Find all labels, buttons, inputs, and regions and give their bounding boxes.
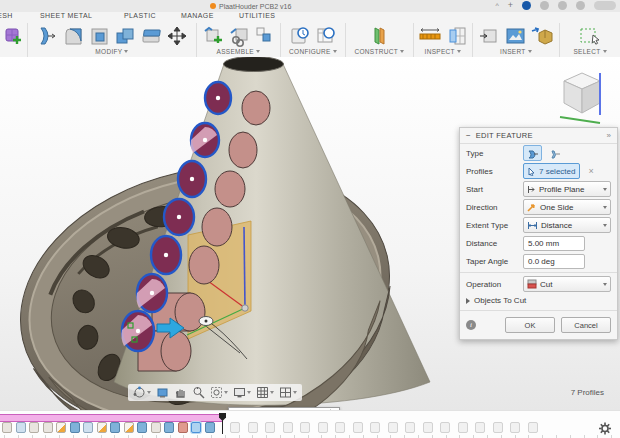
ok-button[interactable]: OK (505, 317, 555, 333)
canvas-image-icon[interactable] (504, 25, 526, 47)
assemble-menu[interactable]: ASSEMBLE (217, 48, 260, 56)
timeline-feature-icon-suppressed[interactable] (458, 422, 468, 433)
select-icon[interactable] (578, 25, 602, 47)
viewports-button[interactable] (278, 385, 298, 400)
construct-menu[interactable]: CONSTRUCT (354, 48, 404, 56)
measure-icon[interactable] (418, 25, 442, 47)
collapse-icon[interactable]: − (466, 131, 471, 140)
timeline-feature-icon[interactable] (83, 422, 93, 433)
pan-button[interactable] (173, 385, 188, 400)
row-objects-to-cut[interactable]: Objects To Cut (460, 293, 617, 308)
timeline-feature-icon-suppressed[interactable] (265, 422, 275, 433)
align-icon[interactable] (255, 25, 273, 47)
timeline-feature-icon[interactable] (2, 422, 12, 433)
start-dropdown[interactable]: Profile Plane (523, 181, 611, 197)
clear-selection-icon[interactable]: × (588, 166, 593, 176)
press-pull-icon[interactable] (36, 25, 58, 47)
create-mesh-icon[interactable] (4, 26, 24, 46)
timeline-feature-icon[interactable] (178, 422, 188, 433)
dialog-header[interactable]: − EDIT FEATURE » (460, 128, 617, 144)
timeline-feature-icon-suppressed[interactable] (353, 422, 363, 433)
timeline-feature-icon-suppressed[interactable] (475, 422, 485, 433)
configuration-icon[interactable] (289, 25, 311, 47)
timeline-feature-icon[interactable] (151, 422, 161, 433)
split-body-icon[interactable] (140, 25, 162, 47)
timeline-feature-icon[interactable] (137, 422, 147, 433)
chevron-up-icon[interactable]: ^ (495, 1, 498, 10)
notification-badge-icon[interactable] (522, 1, 531, 10)
timeline-feature-icon[interactable] (205, 422, 215, 433)
timeline-feature-icon-suppressed[interactable] (318, 422, 328, 433)
direction-dropdown[interactable]: One Side (523, 199, 611, 215)
extent-type-dropdown[interactable]: Distance (523, 217, 611, 233)
tab-plastic[interactable]: PLASTIC (124, 12, 156, 19)
look-at-button[interactable] (155, 385, 170, 400)
info-icon[interactable]: i (466, 320, 476, 330)
timeline-feature-icon[interactable] (43, 422, 53, 433)
tab-manage[interactable]: MANAGE (181, 12, 214, 19)
grid-snaps-button[interactable] (255, 385, 275, 400)
extrude-solid-icon[interactable] (523, 145, 542, 161)
timeline-progress-bar[interactable] (0, 414, 223, 422)
timeline-feature-icon[interactable] (29, 422, 39, 433)
combine-icon[interactable] (114, 25, 136, 47)
select-menu[interactable]: SELECT (573, 48, 606, 56)
timeline-feature-icon[interactable] (191, 422, 201, 433)
document-tab[interactable]: PlaatHouder PCB2 v16 (210, 0, 291, 12)
timeline-feature-icon-suppressed[interactable] (440, 422, 450, 433)
extension-icon[interactable] (558, 1, 567, 10)
timeline-feature-icon-suppressed[interactable] (493, 422, 503, 433)
timeline-feature-icon[interactable] (164, 422, 174, 433)
decal-icon[interactable] (530, 25, 554, 47)
joint-icon[interactable] (229, 25, 251, 47)
move-copy-icon[interactable] (166, 25, 188, 47)
avatar[interactable] (594, 1, 616, 10)
expand-icon[interactable]: » (607, 131, 611, 140)
profiles-selected-chip[interactable]: 7 selected (523, 163, 580, 179)
shell-icon[interactable] (88, 25, 110, 47)
timeline-settings-gear-icon[interactable] (598, 422, 612, 435)
timeline-feature-icon-suppressed[interactable] (248, 422, 258, 433)
tab-sheet-metal[interactable]: SHEET METAL (40, 12, 92, 19)
timeline-feature-icon-suppressed[interactable] (300, 422, 310, 433)
timeline-feature-icon[interactable] (110, 422, 120, 433)
insert-menu[interactable]: INSERT (500, 48, 532, 56)
fillet-icon[interactable] (62, 25, 84, 47)
timeline-feature-icon[interactable] (56, 422, 66, 433)
taper-angle-field[interactable]: 0.0 deg (523, 254, 585, 269)
tab-utilities[interactable]: UTILITIES (239, 12, 275, 19)
configuration-table-icon[interactable] (315, 25, 337, 47)
timeline-feature-icon-suppressed[interactable] (283, 422, 293, 433)
help-icon[interactable] (576, 1, 585, 10)
timeline-feature-icon-suppressed[interactable] (405, 422, 415, 433)
new-component-icon[interactable] (203, 25, 225, 47)
profile-icon[interactable] (540, 1, 549, 10)
cancel-button[interactable]: Cancel (561, 317, 611, 333)
construct-plane-icon[interactable] (368, 25, 390, 47)
timeline-feature-icon-suppressed[interactable] (370, 422, 380, 433)
sketch-point-marker[interactable] (199, 317, 213, 326)
view-cube[interactable] (550, 65, 614, 129)
timeline-feature-icon-suppressed[interactable] (388, 422, 398, 433)
timeline-feature-icon[interactable] (16, 422, 26, 433)
timeline-feature-icon-suppressed[interactable] (335, 422, 345, 433)
modify-menu[interactable]: MODIFY (95, 48, 128, 56)
zoom-button[interactable] (191, 385, 206, 400)
display-settings-button[interactable] (232, 385, 252, 400)
timeline-feature-icon[interactable] (97, 422, 107, 433)
section-analysis-icon[interactable] (446, 25, 468, 47)
timeline-feature-icon-suppressed[interactable] (230, 422, 240, 433)
orbit-button[interactable] (132, 385, 152, 400)
timeline-feature-icon-suppressed[interactable] (510, 422, 520, 433)
timeline-feature-icon-suppressed[interactable] (423, 422, 433, 433)
expand-right-icon[interactable] (466, 298, 470, 304)
add-tab-icon[interactable]: + (508, 1, 513, 10)
fit-button[interactable] (209, 385, 229, 400)
tab-mesh[interactable]: MESH (0, 12, 13, 19)
inspect-menu[interactable]: INSPECT (425, 48, 461, 56)
distance-field[interactable]: 5.00 mm (523, 236, 585, 251)
timeline-feature-icon[interactable] (70, 422, 80, 433)
insert-derive-icon[interactable] (478, 25, 500, 47)
timeline-feature-icon[interactable] (124, 422, 134, 433)
timeline-feature-icon-suppressed[interactable] (528, 422, 538, 433)
